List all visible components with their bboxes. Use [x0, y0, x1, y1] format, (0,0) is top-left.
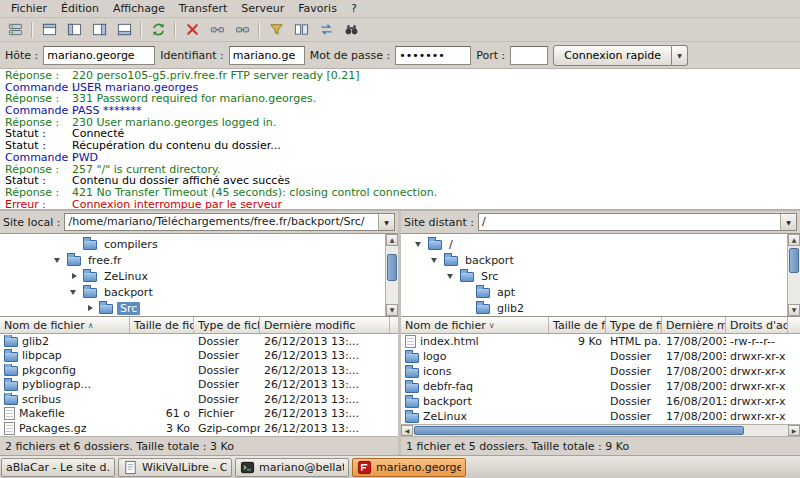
remote-file-row-backport[interactable]: backportDossier16/08/2013drwxr-xr-x [401, 394, 800, 409]
local-file-row-glib2[interactable]: glib2Dossier26/12/2013 13:... [0, 334, 398, 349]
remote-tree-item-src[interactable]: Src [401, 268, 787, 284]
expander-open-icon[interactable] [54, 256, 63, 265]
quickconnect-bar: Hôte : Identifiant : Mot de passe : Port… [0, 42, 800, 69]
expander-open-icon[interactable] [70, 288, 79, 297]
menu-transfert[interactable]: Transfert [172, 1, 235, 16]
taskbar-item-ablacar-le-site-d[interactable]: aBlaCar - Le site d... [1, 458, 115, 477]
toolbar-toggle-remote-tree-button[interactable] [87, 19, 111, 40]
quickconnect-dropdown-icon[interactable]: ▼ [672, 45, 688, 66]
local-tree-item-free-fr[interactable]: free.fr [0, 252, 385, 268]
menu-serveur[interactable]: Serveur [234, 1, 291, 16]
local-file-row-scribus[interactable]: scribusDossier26/12/2013 13:... [0, 392, 398, 407]
toolbar-separator [31, 22, 33, 38]
remote-panel: Site distant : / ▼ /backportSrcaptglib2 … [401, 211, 800, 455]
toolbar-toggle-message-log-button[interactable] [37, 19, 61, 40]
remote-list-hscroll-thumb[interactable] [414, 426, 744, 435]
menu-edition[interactable]: Édition [54, 1, 106, 16]
scroll-down-icon[interactable]: ▼ [386, 304, 398, 316]
toolbar-toggle-transfer-queue-button[interactable] [112, 19, 136, 40]
scroll-left-icon[interactable]: ◀ [401, 425, 413, 436]
remote-file-row-index-html[interactable]: index.html9 KoHTML pa...17/08/2003-rw-r-… [401, 334, 800, 349]
host-input[interactable] [43, 46, 155, 65]
folder-icon [83, 272, 97, 282]
toolbar-cancel-button[interactable] [180, 19, 204, 40]
chevron-down-icon[interactable]: ▼ [780, 214, 796, 230]
local-file-row-makefile[interactable]: Makefile61 oFichier26/12/2013 13:... [0, 407, 398, 422]
local-tree-item-compilers[interactable]: compilers [0, 236, 385, 252]
local-tree-scroll-track[interactable] [386, 246, 398, 304]
menu-favoris[interactable]: Favoris [291, 1, 344, 16]
port-input[interactable] [510, 46, 548, 65]
expander-open-icon[interactable] [415, 240, 424, 249]
remote-column-nom-de-fichier[interactable]: Nom de fichier∨ [401, 317, 549, 333]
remote-tree-item-backport[interactable]: backport [401, 252, 787, 268]
scroll-up-icon[interactable]: ▲ [386, 234, 398, 246]
remote-column-taille-de-fi[interactable]: Taille de fi [549, 317, 606, 333]
local-column-type-de-fichier[interactable]: Type de fichier [194, 317, 260, 333]
remote-file-row-icons[interactable]: iconsDossier17/08/2003drwxr-xr-x [401, 364, 800, 379]
remote-file-row-zelinux[interactable]: ZeLinuxDossier17/08/2003drwxr-xr-x [401, 409, 800, 424]
remote-modified-text: 17/08/2003 [666, 335, 726, 348]
local-name-text: libpcap [22, 349, 62, 362]
scroll-down-icon[interactable]: ▼ [788, 304, 800, 316]
log-type-label: Réponse : [0, 70, 72, 82]
local-tree-scrollbar[interactable]: ▲ ▼ [385, 234, 398, 316]
scroll-right-icon[interactable]: ▶ [788, 425, 800, 436]
remote-list-hscrollbar[interactable]: ◀ ▶ [401, 424, 800, 436]
remote-tree-scrollbar[interactable]: ▲ ▼ [787, 234, 800, 316]
chevron-down-icon[interactable]: ▼ [378, 214, 394, 230]
local-column-taille-de-fic[interactable]: Taille de fic [130, 317, 194, 333]
toolbar-toggle-local-tree-button[interactable] [62, 19, 86, 40]
remote-column-droits-d-ac[interactable]: Droits d'ac [726, 317, 788, 333]
local-tree-item-backport[interactable]: backport [0, 284, 385, 300]
taskbar-item-wikivallibre-chro[interactable]: WikiValLibre - Chro... [118, 458, 232, 477]
expander-closed-icon[interactable] [70, 272, 79, 281]
remote-file-row-debfr-faq[interactable]: debfr-faqDossier17/08/2003drwxr-xr-x [401, 379, 800, 394]
remote-tree-item-item[interactable]: / [401, 236, 787, 252]
quickconnect-button[interactable]: Connexion rapide [553, 45, 672, 66]
taskbar-item-mariano-bellatrix[interactable]: mariano@bellatrix... [235, 458, 349, 477]
remote-cell-modified: 17/08/2003 [662, 380, 726, 393]
expander-closed-icon[interactable] [86, 304, 95, 313]
tree-item-label: apt [494, 286, 518, 299]
remote-tree-scroll-track[interactable] [788, 246, 800, 304]
toolbar-site-manager-button[interactable] [3, 19, 27, 40]
toolbar-find-button[interactable] [339, 19, 363, 40]
local-column-nom-de-fichier[interactable]: Nom de fichier∧ [0, 317, 130, 333]
menu-help[interactable]: ? [344, 1, 364, 16]
expander-open-icon[interactable] [447, 272, 456, 281]
toolbar-disconnect-button[interactable] [205, 19, 229, 40]
local-path-combo[interactable]: /home/mariano/Téléchargements/free.fr/ba… [64, 213, 395, 231]
local-column-derniere-modific[interactable]: Dernière modific [260, 317, 390, 333]
scroll-up-icon[interactable]: ▲ [788, 234, 800, 246]
password-input[interactable] [395, 46, 471, 65]
local-tree-item-zelinux[interactable]: ZeLinux [0, 268, 385, 284]
remote-path-combo[interactable]: / ▼ [478, 213, 797, 231]
remote-list-hscroll-track[interactable] [413, 425, 788, 436]
username-input[interactable] [229, 46, 305, 65]
local-file-row-pybliograp[interactable]: pybliograp...Dossier26/12/2013 13:... [0, 378, 398, 393]
toolbar-compare-button[interactable] [289, 19, 313, 40]
expander-open-icon[interactable] [431, 256, 440, 265]
local-file-row-libpcap[interactable]: libpcapDossier26/12/2013 13:... [0, 349, 398, 364]
local-file-row-packages-gz[interactable]: Packages.gz3 KoGzip-compr...26/12/2013 1… [0, 421, 398, 436]
remote-tree-item-apt[interactable]: apt [401, 284, 787, 300]
menu-affichage[interactable]: Affichage [106, 1, 172, 16]
folder-icon [405, 398, 419, 408]
taskbar-item-mariano-georges-m[interactable]: mariano.georges@m... [352, 458, 466, 477]
toolbar-sync-browsing-button[interactable] [314, 19, 338, 40]
local-tree-item-src[interactable]: Src [0, 300, 385, 316]
remote-tree-item-glib2[interactable]: glib2 [401, 300, 787, 316]
tree-item-label: free.fr [85, 254, 125, 267]
menu-fichier[interactable]: Fichier [4, 1, 54, 16]
remote-column-derniere-modi[interactable]: Dernière modi [662, 317, 726, 333]
remote-tree-scroll-thumb[interactable] [789, 248, 799, 274]
toolbar-refresh-button[interactable] [146, 19, 170, 40]
remote-column-type-de-fich[interactable]: Type de fich [606, 317, 662, 333]
local-tree-scroll-thumb[interactable] [387, 254, 397, 281]
log-message: 220 perso105-g5.priv.free.fr FTP server … [72, 70, 360, 82]
local-file-row-pkgconfig[interactable]: pkgconfigDossier26/12/2013 13:... [0, 363, 398, 378]
remote-file-row-logo[interactable]: logoDossier17/08/2003drwxr-xr-x [401, 349, 800, 364]
toolbar-filter-button[interactable] [264, 19, 288, 40]
toolbar-reconnect-button[interactable] [230, 19, 254, 40]
